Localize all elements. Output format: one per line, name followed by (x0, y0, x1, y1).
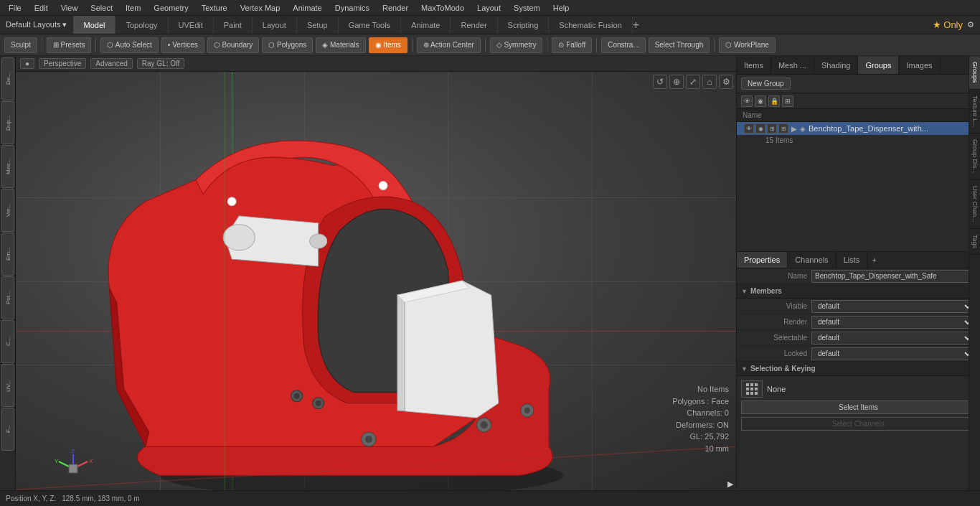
menu-maxtomodo[interactable]: MaxToModo (415, 2, 470, 14)
action-center-button[interactable]: ⊕ Action Center (417, 37, 481, 53)
symmetry-button[interactable]: ◇ Symmetry (490, 37, 543, 53)
name-prop-input[interactable] (811, 270, 974, 283)
prop-tab-add-button[interactable]: + (867, 256, 880, 264)
viewport-control-home[interactable]: ⌂ (702, 75, 717, 89)
viewport[interactable]: ● Perspective Advanced Ray GL: Off (16, 56, 736, 490)
sidebar-tab-pol[interactable]: Pol... (1, 276, 14, 319)
layout-selector[interactable]: Default Layouts ▾ (0, 16, 74, 34)
tab-images[interactable]: Images (899, 56, 940, 74)
group-eye-button[interactable]: 👁 (744, 123, 754, 133)
layout-tab-setup[interactable]: Setup (297, 16, 339, 34)
menu-edit[interactable]: Edit (29, 2, 54, 14)
sidebar-tab-mes[interactable]: Mes... (1, 145, 14, 188)
menu-layout[interactable]: Layout (471, 2, 507, 14)
menu-file[interactable]: File (3, 2, 27, 14)
members-section[interactable]: ▼ Members (737, 284, 980, 299)
layout-tab-scripting[interactable]: Scripting (498, 16, 550, 34)
menu-help[interactable]: Help (547, 2, 575, 14)
star-only-button[interactable]: ★ Only (933, 19, 963, 30)
groups-tool-lock[interactable]: 🔒 (768, 95, 780, 107)
sidebar-tab-ver[interactable]: Ver... (1, 189, 14, 232)
menu-vertex-map[interactable]: Vertex Map (235, 2, 286, 14)
viewport-raygl-button[interactable]: Ray GL: Off (137, 58, 185, 69)
layout-tab-render[interactable]: Render (451, 16, 497, 34)
layout-tab-model[interactable]: Model (74, 16, 116, 34)
group-render-button[interactable]: ◉ (755, 123, 765, 133)
right-vtab-groups[interactable]: Groups (969, 56, 980, 90)
vertices-button[interactable]: • Vertices (161, 37, 204, 53)
sidebar-tab-de[interactable]: De... (1, 57, 14, 100)
tab-shading[interactable]: Shading (814, 56, 858, 74)
viewport-perspective-button[interactable]: Perspective (39, 58, 86, 69)
menu-view[interactable]: View (55, 2, 84, 14)
menu-texture[interactable]: Texture (196, 2, 233, 14)
group-lock-button[interactable]: ⊞ (767, 123, 777, 133)
add-layout-tab-button[interactable]: + (633, 19, 639, 32)
menu-render[interactable]: Render (377, 2, 414, 14)
sidebar-tab-dup[interactable]: Dup... (1, 101, 14, 144)
visible-prop-select[interactable]: default on off (811, 300, 974, 313)
keying-dots-icon[interactable] (741, 380, 763, 398)
select-through-button[interactable]: Select Through (649, 37, 710, 53)
layout-tab-uvedit[interactable]: UVEdit (169, 16, 214, 34)
tab-mesh[interactable]: Mesh ... (771, 56, 814, 74)
render-prop-select[interactable]: default on off (811, 316, 974, 329)
right-vtab-group-dis[interactable]: Group Dis... (969, 133, 980, 180)
select-items-button[interactable]: Select Items (741, 400, 976, 414)
viewport-control-pan[interactable]: ⤢ (686, 75, 700, 89)
prop-tab-lists[interactable]: Lists (837, 252, 868, 268)
viewport-canvas[interactable]: ↺ ⊕ ⤢ ⌂ ⚙ No Items Polygons : Face Chann… (16, 72, 736, 490)
falloff-button[interactable]: ⊙ Falloff (552, 37, 592, 53)
groups-tool-extra[interactable]: ⊞ (782, 95, 793, 107)
locked-prop-select[interactable]: default on off (811, 347, 974, 360)
right-vtab-user-chan[interactable]: User Chan... (969, 180, 980, 229)
layout-tab-topology[interactable]: Topology (116, 16, 168, 34)
layout-tab-layout[interactable]: Layout (253, 16, 297, 34)
layout-tab-schematic[interactable]: Schematic Fusion (549, 16, 632, 34)
layout-tab-paint[interactable]: Paint (214, 16, 253, 34)
sculpt-button[interactable]: Sculpt (4, 37, 37, 53)
menu-item[interactable]: Item (120, 2, 146, 14)
viewport-control-rotate[interactable]: ↺ (653, 75, 667, 89)
main-area: De... Dup... Mes... Ver... Em... Pol... … (0, 56, 980, 490)
layout-tab-animate[interactable]: Animate (401, 16, 451, 34)
presets-button[interactable]: ⊞ Presets (47, 37, 92, 53)
viewport-toggle[interactable]: ● (20, 58, 34, 69)
new-group-button[interactable]: New Group (741, 78, 791, 90)
menu-geometry[interactable]: Geometry (148, 2, 194, 14)
menu-select[interactable]: Select (85, 2, 118, 14)
group-extra-button[interactable]: ⊞ (778, 123, 788, 133)
viewport-shading-button[interactable]: Advanced (90, 58, 132, 69)
viewport-control-settings[interactable]: ⚙ (719, 75, 733, 89)
tab-groups[interactable]: Groups (858, 56, 899, 74)
auto-select-button[interactable]: ⬡ Auto Select (100, 37, 158, 53)
tab-items[interactable]: Items (737, 56, 771, 74)
layout-tab-game-tools[interactable]: Game Tools (339, 16, 402, 34)
group-list-item[interactable]: 👁 ◉ ⊞ ⊞ ▶ ◈ Benchtop_Tape_Dispenser_with… (737, 122, 980, 135)
selection-keying-section[interactable]: ▼ Selection & Keying (737, 362, 980, 376)
viewport-expand-button[interactable]: ▶ (727, 479, 733, 489)
sidebar-tab-em[interactable]: Em... (1, 233, 14, 276)
viewport-control-zoom[interactable]: ⊕ (669, 75, 684, 89)
menu-dynamics[interactable]: Dynamics (329, 2, 375, 14)
right-vtab-tags[interactable]: Tags (969, 229, 980, 255)
sidebar-tab-c[interactable]: C... (1, 320, 14, 363)
boundary-button[interactable]: ⬡ Boundary (207, 37, 260, 53)
prop-tab-channels[interactable]: Channels (788, 252, 836, 268)
menu-system[interactable]: System (508, 2, 546, 14)
prop-tab-properties[interactable]: Properties (737, 252, 788, 268)
groups-tool-eye[interactable]: 👁 (741, 95, 753, 107)
select-channels-button[interactable]: Select Channels (741, 417, 976, 431)
materials-button[interactable]: ◈ Materials (316, 37, 365, 53)
settings-icon[interactable]: ⚙ (967, 20, 974, 29)
groups-tool-render[interactable]: ◉ (755, 95, 766, 107)
constraints-button[interactable]: Constra... (601, 37, 645, 53)
menu-animate[interactable]: Animate (287, 2, 327, 14)
polygons-button[interactable]: ⬡ Polygons (262, 37, 313, 53)
sidebar-tab-f[interactable]: F... (1, 408, 14, 451)
items-button[interactable]: ◉ Items (369, 37, 407, 53)
right-vtab-texture[interactable]: Texture L... (969, 90, 980, 134)
workplane-button[interactable]: ⬡ WorkPlane (719, 37, 776, 53)
sidebar-tab-uv[interactable]: UV... (1, 364, 14, 407)
selectable-prop-select[interactable]: default on off (811, 332, 974, 345)
